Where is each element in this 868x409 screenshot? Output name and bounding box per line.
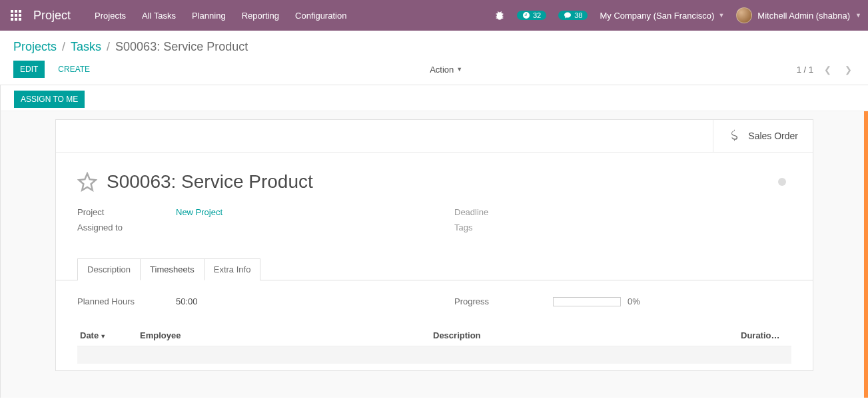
star-icon[interactable]: [77, 172, 97, 192]
brand[interactable]: Project: [33, 9, 71, 23]
breadcrumb-tasks[interactable]: Tasks: [71, 40, 101, 54]
field-deadline: Deadline: [454, 207, 791, 217]
timer-badge[interactable]: 32: [517, 11, 546, 20]
field-value-project[interactable]: New Project: [176, 207, 222, 217]
tabs: Description Timesheets Extra Info: [56, 258, 813, 280]
create-button[interactable]: CREATE: [51, 61, 97, 78]
form-sheet: Sales Order S00063: Service Product Proj…: [55, 119, 813, 371]
sales-order-stat-button[interactable]: Sales Order: [713, 120, 813, 152]
breadcrumb: Projects / Tasks / S00063: Service Produ…: [0, 31, 868, 57]
messages-count: 38: [574, 11, 582, 19]
col-employee[interactable]: Employee: [137, 325, 430, 346]
planned-hours-label: Planned Hours: [77, 296, 176, 306]
field-label-tags: Tags: [454, 222, 553, 232]
company-switcher[interactable]: My Company (San Francisco) ▼: [600, 11, 724, 21]
field-tags: Tags: [454, 222, 791, 232]
sort-desc-icon: ▼: [100, 333, 106, 340]
progress-bar: [553, 297, 621, 306]
tab-extra-info[interactable]: Extra Info: [205, 258, 261, 280]
tab-description[interactable]: Description: [77, 258, 140, 280]
pager-prev-icon[interactable]: ❮: [821, 63, 834, 76]
scroll-indicator[interactable]: [864, 85, 868, 398]
control-row: EDIT CREATE Action ▼ 1 / 1 ❮ ❯: [0, 57, 868, 85]
breadcrumb-projects[interactable]: Projects: [13, 40, 57, 54]
planned-hours-row: Planned Hours 50:00: [77, 296, 414, 306]
pager: 1 / 1 ❮ ❯: [797, 63, 855, 76]
button-box: Sales Order: [56, 120, 813, 153]
nav-right: 32 38 My Company (San Francisco) ▼ Mitch…: [494, 7, 861, 23]
field-label-assigned: Assigned to: [77, 222, 176, 232]
assign-to-me-button[interactable]: ASSIGN TO ME: [14, 91, 85, 108]
task-title: S00063: Service Product: [107, 171, 313, 193]
dollar-icon: [728, 128, 741, 144]
col-duration[interactable]: Duratio…: [738, 325, 791, 346]
title-row: S00063: Service Product: [56, 153, 813, 198]
nav-planning[interactable]: Planning: [192, 11, 226, 21]
chevron-down-icon: ▼: [456, 66, 462, 73]
field-col-right: Deadline Tags: [454, 207, 791, 238]
messages-badge[interactable]: 38: [558, 11, 588, 20]
assign-bar: ASSIGN TO ME: [1, 85, 868, 111]
apps-icon[interactable]: [7, 6, 25, 25]
chevron-down-icon: ▼: [855, 12, 861, 19]
table-row-empty: [77, 346, 791, 364]
col-date[interactable]: Date▼: [77, 325, 137, 346]
progress-row: Progress 0%: [454, 296, 791, 306]
edit-button[interactable]: EDIT: [13, 61, 45, 78]
action-dropdown[interactable]: Action ▼: [430, 65, 462, 75]
col-description[interactable]: Description: [430, 325, 738, 346]
field-col-left: Project New Project Assigned to: [77, 207, 414, 238]
sales-order-label: Sales Order: [748, 131, 798, 141]
nav-all-tasks[interactable]: All Tasks: [142, 11, 176, 21]
field-assigned: Assigned to: [77, 222, 414, 232]
field-label-deadline: Deadline: [454, 207, 553, 217]
planned-hours-value: 50:00: [176, 296, 198, 306]
sheet-background: ASSIGN TO ME Sales Order S00063: Service…: [0, 85, 868, 398]
timesheet-summary: Planned Hours 50:00 Progress 0%: [77, 296, 791, 306]
nav-configuration[interactable]: Configuration: [295, 11, 346, 21]
topnav: Project Projects All Tasks Planning Repo…: [0, 0, 868, 31]
control-panel: Projects / Tasks / S00063: Service Produ…: [0, 31, 868, 85]
action-label: Action: [430, 65, 454, 75]
bug-icon[interactable]: [494, 10, 505, 21]
field-label-project: Project: [77, 207, 176, 217]
progress-percent: 0%: [628, 296, 640, 306]
field-grid: Project New Project Assigned to Deadline…: [56, 198, 813, 251]
pager-next-icon[interactable]: ❯: [842, 63, 855, 76]
timer-count: 32: [533, 11, 541, 19]
tab-timesheets[interactable]: Timesheets: [140, 258, 205, 280]
user-name: Mitchell Admin (shabna): [757, 11, 850, 21]
company-name: My Company (San Francisco): [600, 11, 714, 21]
kanban-state-dot[interactable]: [778, 178, 786, 186]
avatar: [736, 7, 752, 23]
chevron-down-icon: ▼: [718, 12, 724, 19]
breadcrumb-current: S00063: Service Product: [115, 40, 248, 54]
nav-links: Projects All Tasks Planning Reporting Co…: [95, 11, 346, 21]
nav-reporting[interactable]: Reporting: [242, 11, 279, 21]
breadcrumb-sep: /: [107, 40, 110, 54]
user-menu[interactable]: Mitchell Admin (shabna) ▼: [736, 7, 861, 23]
nav-projects[interactable]: Projects: [95, 11, 126, 21]
tab-content-timesheets: Planned Hours 50:00 Progress 0% Date▼ Em…: [56, 280, 813, 370]
field-project: Project New Project: [77, 207, 414, 217]
timesheet-table: Date▼ Employee Description Duratio…: [77, 325, 791, 364]
progress-label: Progress: [454, 296, 553, 306]
breadcrumb-sep: /: [62, 40, 65, 54]
pager-text: 1 / 1: [797, 65, 813, 75]
